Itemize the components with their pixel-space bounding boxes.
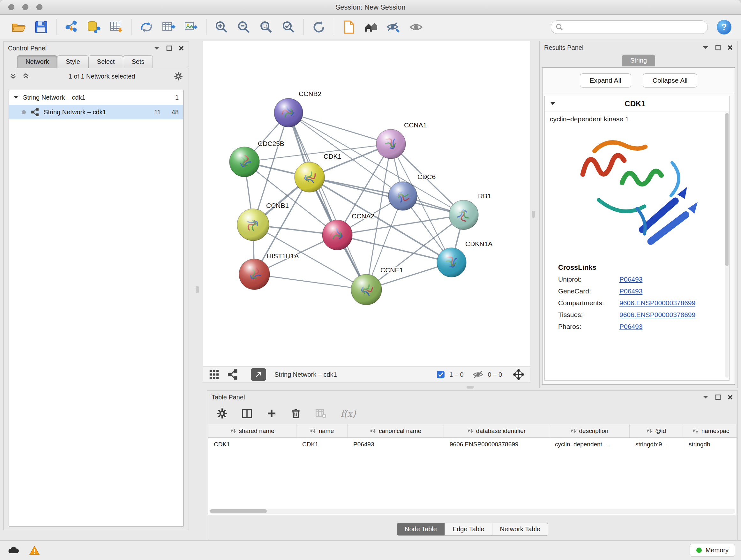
panel-menu-icon[interactable] — [153, 46, 160, 51]
panel-float-icon[interactable] — [166, 45, 172, 51]
tab-network[interactable]: Network — [17, 55, 57, 68]
expand-all-button[interactable]: Expand All — [580, 73, 631, 87]
pan-crosshair-icon[interactable] — [513, 369, 524, 380]
tab-select[interactable]: Select — [88, 55, 124, 68]
memory-button[interactable]: Memory — [690, 544, 735, 557]
hidden-eye-icon[interactable] — [473, 370, 483, 379]
vertical-splitter-handle[interactable] — [196, 286, 199, 293]
panel-close-icon[interactable] — [727, 394, 733, 400]
panel-float-icon[interactable] — [715, 394, 721, 400]
crosslink-link[interactable]: 9606.ENSP00000378699 — [619, 311, 695, 319]
warnings-button[interactable] — [27, 543, 42, 557]
edge-HIST1H1A-CCNE1[interactable] — [254, 274, 366, 290]
node-CCNB2[interactable]: CCNB2 — [274, 90, 321, 127]
node-CDKN1A[interactable]: CDKN1A — [437, 240, 492, 277]
zoom-selected-button[interactable] — [279, 18, 298, 37]
apply-layout-button[interactable] — [310, 18, 328, 37]
grid-view-icon[interactable] — [209, 369, 219, 380]
node-RB1[interactable]: RB1 — [449, 192, 491, 230]
help-button[interactable]: ? — [717, 20, 731, 35]
network-collection-row[interactable]: String Network – cdk1 1 — [9, 90, 183, 105]
zoom-in-button[interactable] — [212, 18, 231, 37]
show-graphics-details-button[interactable] — [362, 18, 381, 37]
table-row[interactable]: CDK1CDK1P064939606.ENSP00000378699cyclin… — [208, 438, 737, 451]
table-settings-gear-icon[interactable] — [217, 408, 227, 419]
save-session-button[interactable] — [32, 18, 51, 37]
network-row[interactable]: String Network – cdk1 11 48 — [9, 105, 183, 119]
table-cell[interactable]: CDK1 — [208, 438, 296, 451]
table-cell[interactable]: stringdb — [683, 438, 737, 451]
panel-menu-icon[interactable] — [702, 45, 709, 50]
table-cell[interactable]: CDK1 — [296, 438, 347, 451]
column-header-@id[interactable]: @id — [630, 424, 683, 437]
zoom-out-button[interactable] — [234, 18, 253, 37]
new-network-button[interactable] — [137, 18, 156, 37]
tab-sets[interactable]: Sets — [123, 55, 153, 68]
edge-CDK1-RB1[interactable] — [310, 177, 464, 215]
add-column-icon[interactable] — [266, 408, 277, 419]
detach-view-button[interactable] — [251, 368, 266, 381]
hide-edges-button[interactable] — [385, 18, 403, 37]
column-header-name[interactable]: name — [296, 424, 347, 437]
search-input[interactable] — [566, 23, 703, 31]
gear-icon[interactable] — [174, 72, 183, 81]
cloud-status-button[interactable] — [6, 543, 21, 557]
node-CDK1[interactable]: CDK1 — [294, 152, 341, 192]
delete-table-icon[interactable] — [315, 408, 327, 419]
network-canvas[interactable]: CCNB2CCNA1CDC25BCDK1CDC6RB1CCNB1CCNA2CDK… — [203, 41, 530, 366]
import-table-file-button[interactable] — [107, 18, 125, 37]
table-cell[interactable]: P06493 — [347, 438, 444, 451]
collapse-all-button[interactable]: Collapse All — [643, 73, 697, 87]
crosslink-link[interactable]: P06493 — [619, 287, 643, 295]
column-header-database-identifier[interactable]: database identifier — [444, 424, 549, 437]
node-HIST1H1A[interactable]: HIST1H1A — [239, 252, 299, 290]
expand-all-icon[interactable] — [22, 72, 30, 80]
show-columns-icon[interactable] — [242, 408, 253, 419]
network-glyph-icon[interactable] — [228, 369, 238, 380]
panel-close-icon[interactable] — [727, 45, 733, 51]
function-builder-icon[interactable]: f(x) — [340, 408, 356, 419]
zoom-fit-button[interactable] — [257, 18, 275, 37]
table-cell[interactable]: 9606.ENSP00000378699 — [444, 438, 549, 451]
edge-CCNB2-CCNE1[interactable] — [288, 113, 366, 290]
search-box[interactable] — [551, 20, 708, 34]
table-cell[interactable]: stringdb:9... — [630, 438, 683, 451]
tab-string[interactable]: String — [622, 55, 655, 66]
node-CDC6[interactable]: CDC6 — [388, 173, 435, 210]
window-close-button[interactable] — [8, 4, 14, 10]
column-header-canonical-name[interactable]: canonical name — [347, 424, 444, 437]
vertical-splitter-handle[interactable] — [532, 211, 535, 218]
column-header-description[interactable]: description — [549, 424, 630, 437]
delete-column-icon[interactable] — [291, 408, 301, 419]
selected-checkbox-icon[interactable] — [436, 370, 445, 379]
import-network-database-button[interactable] — [84, 18, 103, 37]
column-header-namespac[interactable]: namespac — [683, 424, 737, 437]
edge-CCNB2-CCNA1[interactable] — [288, 113, 391, 144]
tab-style[interactable]: Style — [57, 55, 88, 68]
horizontal-splitter-handle[interactable] — [467, 386, 474, 388]
crosslink-link[interactable]: P06493 — [619, 323, 643, 330]
table-cell[interactable]: cyclin–dependent ... — [549, 438, 630, 451]
window-zoom-button[interactable] — [37, 4, 43, 10]
tree-expander-icon[interactable] — [13, 96, 18, 99]
import-network-file-button[interactable] — [62, 18, 81, 37]
export-image-button[interactable] — [182, 18, 200, 37]
collapse-all-icon[interactable] — [9, 72, 17, 80]
crosslink-link[interactable]: 9606.ENSP00000378699 — [619, 299, 695, 307]
table-horizontal-scrollbar[interactable] — [209, 509, 735, 514]
show-hide-button[interactable] — [407, 18, 425, 37]
window-minimize-button[interactable] — [22, 4, 28, 10]
node-CCNB1[interactable]: CCNB1 — [237, 202, 289, 241]
crosslink-link[interactable]: P06493 — [619, 275, 643, 283]
column-header-shared-name[interactable]: shared name — [208, 424, 296, 437]
tab-network-table[interactable]: Network Table — [492, 523, 548, 536]
node-CCNA1[interactable]: CCNA1 — [376, 121, 427, 159]
tab-node-table[interactable]: Node Table — [397, 523, 445, 536]
open-session-button[interactable] — [10, 18, 28, 37]
export-network-table-button[interactable] — [159, 18, 178, 37]
panel-close-icon[interactable] — [179, 45, 184, 51]
collapse-section-icon[interactable] — [550, 102, 556, 106]
annotation-button[interactable] — [340, 18, 358, 37]
panel-float-icon[interactable] — [715, 45, 721, 51]
tab-edge-table[interactable]: Edge Table — [445, 523, 492, 536]
